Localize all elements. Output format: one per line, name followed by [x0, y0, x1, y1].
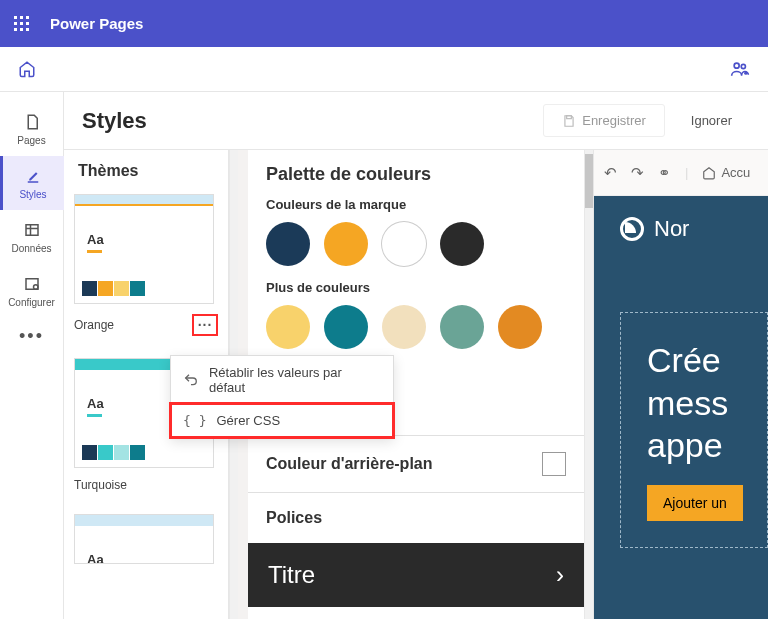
color-swatch[interactable]: [382, 305, 426, 349]
brand-logo-icon: [620, 217, 644, 241]
theme-more-button[interactable]: ···: [192, 314, 218, 336]
ignore-label: Ignorer: [691, 113, 732, 128]
nav-configure[interactable]: Configurer: [0, 264, 64, 318]
sub-header: [0, 47, 768, 92]
theme-name: Turquoise: [74, 478, 127, 492]
svg-rect-4: [26, 225, 38, 236]
undo-icon[interactable]: ↶: [604, 164, 617, 182]
theme-thumbnail: Aa: [74, 194, 214, 304]
redo-icon[interactable]: ↷: [631, 164, 644, 182]
title-row-label: Titre: [268, 561, 315, 589]
save-icon: [562, 114, 576, 128]
color-swatch[interactable]: [324, 222, 368, 266]
background-color-section[interactable]: Couleur d'arrière-plan: [248, 435, 584, 492]
theme-thumbnail: Aa: [74, 514, 214, 564]
palette-heading: Palette de couleurs: [266, 164, 566, 185]
fonts-section[interactable]: Polices: [248, 492, 584, 543]
nav-label: Pages: [17, 135, 45, 146]
menu-manage-css[interactable]: { } Gérer CSS: [171, 404, 393, 437]
undo-icon: [183, 372, 199, 388]
preview-panel: ↶ ↷ ⚭ | Accu Nor Créemessappe: [593, 150, 768, 619]
preview-toolbar: ↶ ↷ ⚭ | Accu: [594, 150, 768, 196]
color-swatch[interactable]: [382, 222, 426, 266]
home-icon: [702, 166, 716, 180]
page-title: Styles: [82, 108, 147, 134]
nav-pages[interactable]: Pages: [0, 102, 64, 156]
nav-label: Styles: [19, 189, 46, 200]
svg-point-0: [734, 63, 739, 68]
preview-hero: Créemessappe Ajouter un: [620, 312, 768, 548]
ignore-button[interactable]: Ignorer: [673, 104, 750, 137]
brush-icon: [23, 166, 43, 186]
color-swatch[interactable]: [266, 305, 310, 349]
app-launcher-icon[interactable]: [14, 16, 30, 32]
bg-section-label: Couleur d'arrière-plan: [266, 455, 433, 473]
app-name: Power Pages: [50, 15, 143, 32]
menu-reset-defaults[interactable]: Rétablir les valeurs par défaut: [171, 356, 393, 404]
nav-styles[interactable]: Styles: [0, 156, 64, 210]
data-icon: [22, 220, 42, 240]
more-colors-heading: Plus de couleurs: [266, 280, 566, 295]
brand-text: Nor: [654, 216, 689, 242]
color-swatch[interactable]: [324, 305, 368, 349]
more-swatch-row: [266, 305, 566, 349]
nav-label: Configurer: [8, 297, 55, 308]
bg-color-swatch[interactable]: [542, 452, 566, 476]
nav-more-icon[interactable]: •••: [19, 326, 44, 347]
theme-card-extra[interactable]: Aa: [74, 514, 218, 564]
color-swatch[interactable]: [440, 305, 484, 349]
svg-point-6: [33, 285, 38, 290]
global-header: Power Pages: [0, 0, 768, 47]
theme-card-orange[interactable]: Aa Orange ···: [74, 194, 218, 336]
svg-point-1: [741, 64, 745, 68]
chevron-right-icon: ›: [556, 561, 564, 589]
gear-icon: [22, 274, 42, 294]
braces-icon: { }: [183, 413, 206, 428]
save-label: Enregistrer: [582, 113, 646, 128]
brand-colors-heading: Couleurs de la marque: [266, 197, 566, 212]
themes-heading: Thèmes: [74, 162, 218, 180]
svg-rect-7: [567, 115, 572, 118]
breadcrumb-label: Accu: [721, 165, 750, 180]
color-swatch[interactable]: [498, 305, 542, 349]
hero-headline: Créemessappe: [647, 339, 767, 467]
people-icon[interactable]: [730, 59, 750, 79]
preview-canvas: Nor Créemessappe Ajouter un: [594, 196, 768, 619]
nav-label: Données: [11, 243, 51, 254]
menu-label: Rétablir les valeurs par défaut: [209, 365, 381, 395]
nav-data[interactable]: Données: [0, 210, 64, 264]
side-nav: Pages Styles Données Configurer •••: [0, 92, 64, 619]
menu-label: Gérer CSS: [216, 413, 280, 428]
workspace-header: Styles Enregistrer Ignorer: [64, 92, 768, 150]
scrollbar[interactable]: [584, 150, 593, 619]
save-button[interactable]: Enregistrer: [543, 104, 665, 137]
breadcrumb-home[interactable]: Accu: [702, 165, 750, 180]
hero-cta-button[interactable]: Ajouter un: [647, 485, 743, 521]
brand-swatch-row: [266, 222, 566, 266]
color-swatch[interactable]: [440, 222, 484, 266]
svg-rect-3: [28, 181, 39, 183]
svg-point-2: [744, 72, 747, 75]
link-icon[interactable]: ⚭: [658, 164, 671, 182]
title-font-row[interactable]: Titre ›: [248, 543, 584, 607]
svg-rect-5: [26, 279, 38, 290]
home-icon[interactable]: [18, 60, 36, 78]
theme-context-menu: Rétablir les valeurs par défaut { } Gére…: [170, 355, 394, 438]
preview-brand: Nor: [620, 216, 768, 242]
page-icon: [22, 112, 42, 132]
theme-name: Orange: [74, 318, 114, 332]
fonts-section-label: Polices: [266, 509, 322, 527]
color-swatch[interactable]: [266, 222, 310, 266]
